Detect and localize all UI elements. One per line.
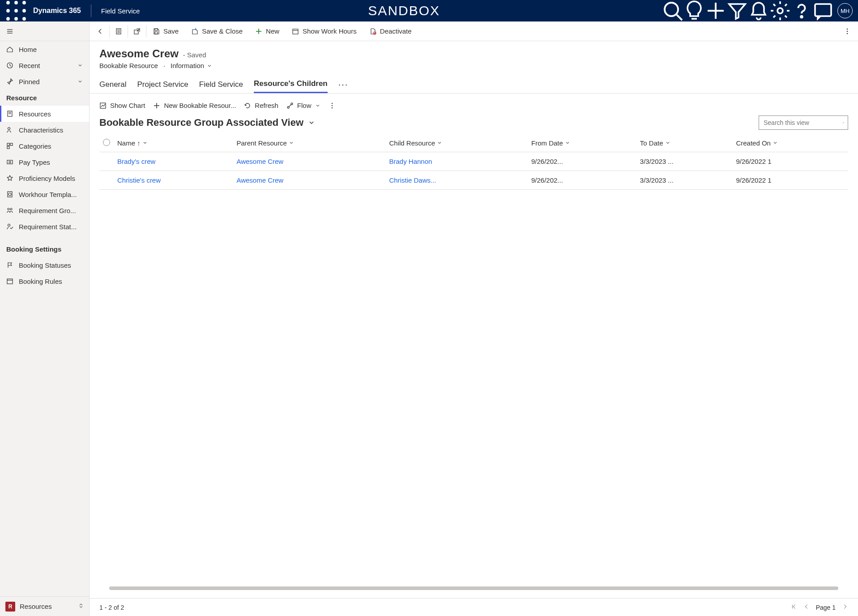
col-name[interactable]: Name ↑ [114,134,233,152]
search-icon[interactable] [662,0,683,21]
nav-workhour[interactable]: Workhour Templa... [0,186,89,202]
notification-icon[interactable] [748,0,769,21]
col-label: Parent Resource [236,139,287,147]
sidebar: Home Recent Pinned Resource Resources Ch… [0,21,90,616]
open-record-set-button[interactable] [110,21,128,41]
cell-parent[interactable]: Awesome Crew [233,152,385,171]
filter-icon[interactable] [726,0,748,21]
tab-project-service[interactable]: Project Service [137,77,188,93]
calendar-icon [6,278,13,285]
save-button[interactable]: Save [146,21,185,41]
nav-categories[interactable]: Categories [0,138,89,154]
more-commands-button[interactable] [838,21,856,41]
prev-page-button[interactable] [803,603,810,611]
svg-rect-43 [155,32,158,34]
help-icon[interactable] [791,0,812,21]
new-button[interactable]: New [249,21,286,41]
svg-point-57 [291,103,293,105]
area-chevron-icon [78,602,84,611]
svg-point-8 [22,17,26,21]
subgrid-more-button[interactable] [329,102,336,109]
row-selector[interactable] [99,152,114,171]
svg-point-52 [847,33,848,34]
nav-reqstatus[interactable]: Requirement Stat... [0,218,89,235]
nav-paytypes[interactable]: Pay Types [0,154,89,170]
nav-booking-rules[interactable]: Booking Rules [0,273,89,289]
back-button[interactable] [91,21,109,41]
flow-label: Flow [297,102,312,109]
cell-child[interactable]: Christie Daws... [386,171,528,190]
subgrid: Show Chart New Bookable Resour... Refres… [90,94,858,598]
col-from[interactable]: From Date [528,134,636,152]
svg-point-0 [6,1,10,4]
svg-point-2 [22,1,26,4]
form-label: Information [171,62,204,69]
work-hours-button[interactable]: Show Work Hours [286,21,363,41]
nav-pinned[interactable]: Pinned [0,73,89,90]
cell-child[interactable]: Brady Hannon [386,152,528,171]
new-record-button[interactable]: New Bookable Resour... [153,102,236,109]
plus-icon [255,28,262,35]
nav-booking-statuses[interactable]: Booking Statuses [0,257,89,273]
chart-icon [99,102,107,109]
nav-recent[interactable]: Recent [0,57,89,73]
tab-overflow-button[interactable]: ··· [338,79,349,90]
user-avatar[interactable]: MH [837,3,853,18]
col-parent[interactable]: Parent Resource [233,134,385,152]
tab-resource-children[interactable]: Resource's Children [254,76,328,93]
deactivate-button[interactable]: Deactivate [363,21,418,41]
tab-field-service[interactable]: Field Service [199,77,243,93]
cell-from: 9/26/202... [528,152,636,171]
col-child[interactable]: Child Resource [386,134,528,152]
chevron-down-icon [773,140,778,145]
nav-characteristics[interactable]: Characteristics [0,122,89,138]
next-page-button[interactable] [842,603,848,611]
form-selector[interactable]: Information [171,62,212,69]
col-to[interactable]: To Date [636,134,733,152]
nav-item-label: Pay Types [19,158,50,166]
nav-proficiency[interactable]: Proficiency Models [0,170,89,186]
area-switcher[interactable]: R Resources [0,596,89,616]
app-launcher-icon[interactable] [5,0,27,21]
sidebar-toggle[interactable] [0,21,89,41]
search-input[interactable] [763,119,843,127]
save-close-button[interactable]: Save & Close [185,21,249,41]
refresh-button[interactable]: Refresh [244,102,278,109]
show-chart-label: Show Chart [110,102,145,109]
chevron-down-icon [315,103,320,108]
table-row[interactable]: Christie's crewAwesome CrewChristie Daws… [99,171,848,190]
tab-general[interactable]: General [99,77,126,93]
show-chart-button[interactable]: Show Chart [99,102,145,109]
chevron-down-icon [308,119,315,126]
view-search[interactable] [759,116,848,130]
row-selector[interactable] [99,171,114,190]
home-icon [6,46,13,53]
select-all[interactable] [99,134,114,152]
chevron-down-icon [437,140,442,145]
lightbulb-icon[interactable] [683,0,705,21]
refresh-icon [244,102,251,109]
flow-button[interactable]: Flow [286,102,320,109]
table-row[interactable]: Brady's crewAwesome CrewBrady Hannon9/26… [99,152,848,171]
nav-home[interactable]: Home [0,41,89,57]
module-label[interactable]: Field Service [95,7,146,15]
cell-parent[interactable]: Awesome Crew [233,171,385,190]
assistant-icon[interactable] [812,0,834,21]
popout-button[interactable] [128,21,146,41]
add-icon[interactable] [705,0,726,21]
svg-point-5 [22,9,26,13]
cell-name[interactable]: Christie's crew [114,171,233,190]
first-page-button[interactable] [791,603,797,611]
svg-point-4 [14,9,18,13]
cell-name[interactable]: Brady's crew [114,152,233,171]
horizontal-scrollbar[interactable] [109,586,838,590]
svg-point-61 [843,122,844,123]
nav-item-label: Booking Rules [19,278,62,285]
col-created[interactable]: Created On [732,134,848,152]
nav-resources[interactable]: Resources [0,106,89,122]
nav-reqgroups[interactable]: Requirement Gro... [0,202,89,218]
settings-icon[interactable] [769,0,791,21]
view-selector[interactable]: Bookable Resource Group Associated View [99,117,315,128]
brand-label[interactable]: Dynamics 365 [27,7,87,15]
person-icon [6,126,13,133]
